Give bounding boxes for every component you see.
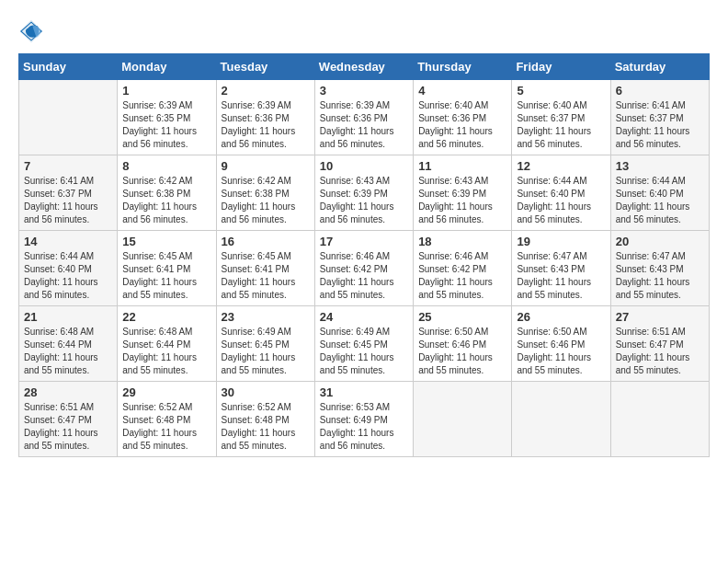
day-info: Sunrise: 6:52 AMSunset: 6:48 PMDaylight:… — [122, 401, 210, 453]
day-number: 21 — [24, 310, 112, 324]
calendar-cell: 27Sunrise: 6:51 AMSunset: 6:47 PMDayligh… — [610, 306, 709, 382]
day-info: Sunrise: 6:45 AMSunset: 6:41 PMDaylight:… — [222, 250, 310, 302]
day-info: Sunrise: 6:41 AMSunset: 6:37 PMDaylight:… — [24, 175, 112, 226]
calendar-cell: 13Sunrise: 6:44 AMSunset: 6:40 PMDayligh… — [610, 155, 709, 231]
day-number: 28 — [24, 385, 112, 399]
calendar-cell: 16Sunrise: 6:45 AMSunset: 6:41 PMDayligh… — [216, 231, 314, 306]
calendar-cell: 17Sunrise: 6:46 AMSunset: 6:42 PMDayligh… — [314, 231, 413, 306]
logo — [18, 18, 50, 44]
day-info: Sunrise: 6:50 AMSunset: 6:46 PMDaylight:… — [517, 326, 605, 377]
day-info: Sunrise: 6:49 AMSunset: 6:45 PMDaylight:… — [222, 326, 310, 377]
day-info: Sunrise: 6:44 AMSunset: 6:40 PMDaylight:… — [517, 175, 605, 226]
day-number: 1 — [122, 84, 210, 98]
day-number: 20 — [616, 235, 704, 248]
calendar-cell: 26Sunrise: 6:50 AMSunset: 6:46 PMDayligh… — [512, 306, 610, 382]
day-info: Sunrise: 6:50 AMSunset: 6:46 PMDaylight:… — [418, 326, 506, 377]
calendar-cell — [19, 80, 118, 155]
calendar-cell: 2Sunrise: 6:39 AMSunset: 6:36 PMDaylight… — [216, 80, 314, 155]
day-number: 29 — [122, 385, 210, 399]
calendar-cell: 18Sunrise: 6:46 AMSunset: 6:42 PMDayligh… — [414, 231, 512, 306]
day-info: Sunrise: 6:52 AMSunset: 6:48 PMDaylight:… — [222, 401, 310, 453]
calendar-cell: 21Sunrise: 6:48 AMSunset: 6:44 PMDayligh… — [19, 306, 118, 382]
col-header-thursday: Thursday — [414, 54, 512, 80]
day-number: 12 — [517, 159, 605, 173]
day-number: 22 — [122, 310, 210, 324]
day-number: 26 — [517, 310, 605, 324]
calendar-cell: 31Sunrise: 6:53 AMSunset: 6:49 PMDayligh… — [314, 382, 413, 457]
col-header-monday: Monday — [118, 54, 216, 80]
day-number: 5 — [517, 84, 605, 98]
day-number: 16 — [222, 235, 310, 248]
calendar-week-1: 1Sunrise: 6:39 AMSunset: 6:35 PMDaylight… — [19, 80, 710, 155]
col-header-friday: Friday — [512, 54, 610, 80]
calendar-cell: 6Sunrise: 6:41 AMSunset: 6:37 PMDaylight… — [610, 80, 709, 155]
calendar-cell: 3Sunrise: 6:39 AMSunset: 6:36 PMDaylight… — [314, 80, 413, 155]
day-info: Sunrise: 6:45 AMSunset: 6:41 PMDaylight:… — [122, 250, 210, 302]
day-number: 10 — [320, 159, 408, 173]
col-header-wednesday: Wednesday — [314, 54, 413, 80]
day-number: 3 — [320, 84, 408, 98]
day-info: Sunrise: 6:44 AMSunset: 6:40 PMDaylight:… — [24, 250, 112, 302]
calendar-cell: 24Sunrise: 6:49 AMSunset: 6:45 PMDayligh… — [314, 306, 413, 382]
calendar-cell — [512, 382, 610, 457]
calendar-cell: 14Sunrise: 6:44 AMSunset: 6:40 PMDayligh… — [19, 231, 118, 306]
col-header-tuesday: Tuesday — [216, 54, 314, 80]
col-header-sunday: Sunday — [19, 54, 118, 80]
day-info: Sunrise: 6:39 AMSunset: 6:35 PMDaylight:… — [122, 99, 210, 151]
day-info: Sunrise: 6:41 AMSunset: 6:37 PMDaylight:… — [616, 99, 704, 151]
day-info: Sunrise: 6:46 AMSunset: 6:42 PMDaylight:… — [418, 250, 506, 302]
day-info: Sunrise: 6:43 AMSunset: 6:39 PMDaylight:… — [418, 175, 506, 226]
logo-icon — [18, 18, 44, 44]
calendar-cell: 25Sunrise: 6:50 AMSunset: 6:46 PMDayligh… — [414, 306, 512, 382]
day-number: 2 — [222, 84, 310, 98]
day-number: 15 — [122, 235, 210, 248]
day-info: Sunrise: 6:42 AMSunset: 6:38 PMDaylight:… — [122, 175, 210, 226]
day-info: Sunrise: 6:43 AMSunset: 6:39 PMDaylight:… — [320, 175, 408, 226]
calendar-week-5: 28Sunrise: 6:51 AMSunset: 6:47 PMDayligh… — [19, 382, 710, 457]
day-number: 23 — [222, 310, 310, 324]
day-number: 4 — [418, 84, 506, 98]
day-number: 9 — [222, 159, 310, 173]
calendar-cell — [610, 382, 709, 457]
day-number: 13 — [616, 159, 704, 173]
calendar-cell — [414, 382, 512, 457]
calendar-cell: 11Sunrise: 6:43 AMSunset: 6:39 PMDayligh… — [414, 155, 512, 231]
calendar-week-2: 7Sunrise: 6:41 AMSunset: 6:37 PMDaylight… — [19, 155, 710, 231]
calendar-cell: 8Sunrise: 6:42 AMSunset: 6:38 PMDaylight… — [118, 155, 216, 231]
day-number: 31 — [320, 385, 408, 399]
day-info: Sunrise: 6:53 AMSunset: 6:49 PMDaylight:… — [320, 401, 408, 453]
calendar-week-3: 14Sunrise: 6:44 AMSunset: 6:40 PMDayligh… — [19, 231, 710, 306]
day-info: Sunrise: 6:51 AMSunset: 6:47 PMDaylight:… — [24, 401, 112, 453]
day-number: 24 — [320, 310, 408, 324]
calendar-cell: 1Sunrise: 6:39 AMSunset: 6:35 PMDaylight… — [118, 80, 216, 155]
calendar-cell: 22Sunrise: 6:48 AMSunset: 6:44 PMDayligh… — [118, 306, 216, 382]
day-number: 19 — [517, 235, 605, 248]
calendar-cell: 28Sunrise: 6:51 AMSunset: 6:47 PMDayligh… — [19, 382, 118, 457]
calendar-cell: 20Sunrise: 6:47 AMSunset: 6:43 PMDayligh… — [610, 231, 709, 306]
day-info: Sunrise: 6:47 AMSunset: 6:43 PMDaylight:… — [517, 250, 605, 302]
day-number: 7 — [24, 159, 112, 173]
day-number: 18 — [418, 235, 506, 248]
day-info: Sunrise: 6:47 AMSunset: 6:43 PMDaylight:… — [616, 250, 704, 302]
day-info: Sunrise: 6:48 AMSunset: 6:44 PMDaylight:… — [24, 326, 112, 377]
day-info: Sunrise: 6:39 AMSunset: 6:36 PMDaylight:… — [320, 99, 408, 151]
calendar-cell: 12Sunrise: 6:44 AMSunset: 6:40 PMDayligh… — [512, 155, 610, 231]
day-info: Sunrise: 6:40 AMSunset: 6:37 PMDaylight:… — [517, 99, 605, 151]
day-number: 30 — [222, 385, 310, 399]
calendar-cell: 30Sunrise: 6:52 AMSunset: 6:48 PMDayligh… — [216, 382, 314, 457]
day-number: 17 — [320, 235, 408, 248]
day-number: 25 — [418, 310, 506, 324]
col-header-saturday: Saturday — [610, 54, 709, 80]
day-info: Sunrise: 6:40 AMSunset: 6:36 PMDaylight:… — [418, 99, 506, 151]
calendar-cell: 4Sunrise: 6:40 AMSunset: 6:36 PMDaylight… — [414, 80, 512, 155]
day-info: Sunrise: 6:39 AMSunset: 6:36 PMDaylight:… — [222, 99, 310, 151]
calendar-header-row: SundayMondayTuesdayWednesdayThursdayFrid… — [19, 54, 710, 80]
day-number: 14 — [24, 235, 112, 248]
day-info: Sunrise: 6:46 AMSunset: 6:42 PMDaylight:… — [320, 250, 408, 302]
day-number: 8 — [122, 159, 210, 173]
day-number: 6 — [616, 84, 704, 98]
day-info: Sunrise: 6:51 AMSunset: 6:47 PMDaylight:… — [616, 326, 704, 377]
calendar-table: SundayMondayTuesdayWednesdayThursdayFrid… — [18, 53, 710, 457]
day-number: 11 — [418, 159, 506, 173]
day-number: 27 — [616, 310, 704, 324]
